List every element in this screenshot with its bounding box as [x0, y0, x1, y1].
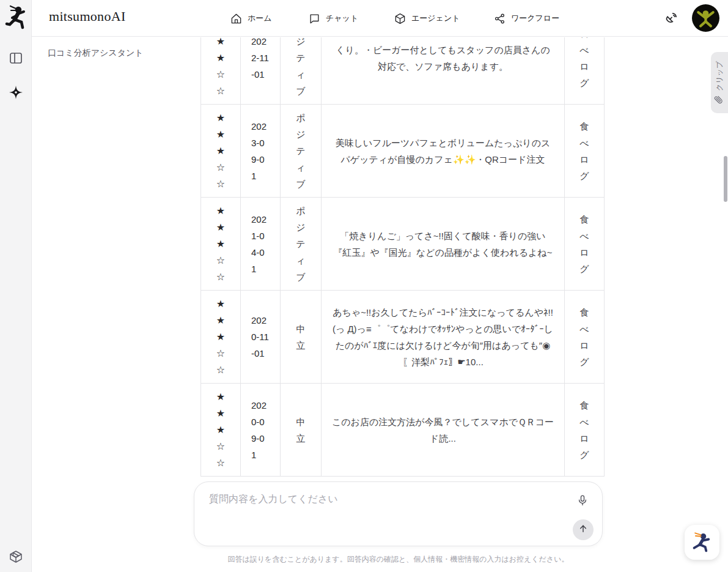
- table-row: ★★★☆☆ 2021-04-01 ポジティブ 「焼きりんご」ってさ~!!固くて酸…: [201, 198, 605, 291]
- table-row: ★★★☆☆ 2020-09-01 中立 このお店の注文方法が今風？でしてスマホで…: [201, 384, 605, 477]
- source-cell: 食べログ: [565, 384, 605, 477]
- chat-composer: [194, 481, 603, 546]
- sparkle-icon[interactable]: [9, 85, 23, 100]
- workflow-share-icon: [494, 13, 506, 24]
- date-cell: 2022-11-01: [241, 37, 281, 105]
- source-cell: 食べログ: [565, 105, 605, 198]
- scrollbar-thumb[interactable]: [724, 156, 727, 202]
- source-cell: 食べログ: [565, 37, 605, 105]
- question-input[interactable]: [209, 493, 570, 536]
- home-icon: [230, 13, 242, 24]
- rating-cell: ★★★☆☆: [201, 291, 241, 384]
- sentiment-cell: ポジティブ: [281, 198, 322, 291]
- app-title: mitsumonoAI: [49, 9, 126, 24]
- arrow-up-icon: [578, 524, 588, 536]
- table-row: ★★★☆☆ 2022-11-01 ポジティブ くり。・ビーガー付としてもスタッフ…: [201, 37, 605, 105]
- date-cell: 2023-09-01: [241, 105, 281, 198]
- top-header: mitsumonoAI ホーム チャット エージェント: [32, 0, 728, 37]
- satellite-icon[interactable]: [663, 10, 679, 26]
- date-cell: 2020-11-01: [241, 291, 281, 384]
- send-button[interactable]: [573, 519, 594, 540]
- nav-home-label: ホーム: [248, 13, 272, 24]
- nav-chat[interactable]: チャット: [309, 0, 358, 37]
- review-text-cell: くり。・ビーガー付としてもスタッフの店員さんの対応で、ソファ席もあります。: [322, 37, 565, 105]
- clip-tab[interactable]: クリップ: [711, 52, 728, 113]
- disclaimer-text: 回答は誤りを含むことがあります。回答内容の確認と、個人情報・機密情報の入力はお控…: [194, 554, 603, 565]
- sentiment-cell: 中立: [281, 291, 322, 384]
- nav-agent-label: エージェント: [411, 13, 460, 24]
- rating-cell: ★★★☆☆: [201, 198, 241, 291]
- review-table: ★★★☆☆ 2022-11-01 ポジティブ くり。・ビーガー付としてもスタッフ…: [200, 37, 605, 477]
- package-cube-icon[interactable]: [9, 549, 23, 564]
- review-text-cell: 美味しいフルーツパフェとボリュームたっぷりのスパゲッティが自慢のカフェ✨✨・QR…: [322, 105, 565, 198]
- date-cell: 2021-04-01: [241, 198, 281, 291]
- rating-cell: ★★★☆☆: [201, 105, 241, 198]
- table-row: ★★★☆☆ 2023-09-01 ポジティブ 美味しいフルーツパフェとボリューム…: [201, 105, 605, 198]
- agent-cube-icon: [394, 13, 406, 24]
- sentiment-cell: ポジティブ: [281, 37, 322, 105]
- nav-chat-label: チャット: [326, 13, 358, 24]
- sentiment-cell: ポジティブ: [281, 105, 322, 198]
- user-avatar[interactable]: [692, 4, 719, 32]
- assistant-title: 口コミ分析アシスタント: [48, 48, 144, 59]
- table-row: ★★★☆☆ 2020-11-01 中立 あちゃ~!!お久してたらﾊﾞｰｺｰﾄﾞ注…: [201, 291, 605, 384]
- date-cell: 2020-09-01: [241, 384, 281, 477]
- review-text-cell: このお店の注文方法が今風？でしてスマホでＱＲコード読...: [322, 384, 565, 477]
- review-text-cell: あちゃ~!!お久してたらﾊﾞｰｺｰﾄﾞ注文になってるんやﾈ!!(っ Д)っ≡゜゜…: [322, 291, 565, 384]
- source-cell: 食べログ: [565, 198, 605, 291]
- nav-workflow-label: ワークフロー: [511, 13, 559, 24]
- nav-agent[interactable]: エージェント: [394, 0, 460, 37]
- review-table-viewport[interactable]: ★★★☆☆ 2022-11-01 ポジティブ くり。・ビーガー付としてもスタッフ…: [200, 37, 605, 480]
- chat-icon: [309, 13, 320, 24]
- microphone-icon[interactable]: [576, 494, 589, 507]
- rating-cell: ★★★☆☆: [201, 37, 241, 105]
- nav-workflow[interactable]: ワークフロー: [494, 0, 559, 37]
- review-text-cell: 「焼きりんご」ってさ~!!固くて酸味・香りの強い『紅玉』や『国光』などの品種がよ…: [322, 198, 565, 291]
- rating-cell: ★★★☆☆: [201, 384, 241, 477]
- mascot-ninja-button[interactable]: [685, 525, 719, 560]
- ninja-logo-icon: [5, 4, 28, 32]
- clip-tab-label: クリップ: [715, 61, 725, 91]
- left-rail: [0, 0, 32, 572]
- nav-home[interactable]: ホーム: [230, 0, 272, 37]
- sentiment-cell: 中立: [281, 384, 322, 477]
- source-cell: 食べログ: [565, 291, 605, 384]
- paperclip-icon: [714, 95, 725, 104]
- sidebar-toggle-icon[interactable]: [9, 51, 23, 65]
